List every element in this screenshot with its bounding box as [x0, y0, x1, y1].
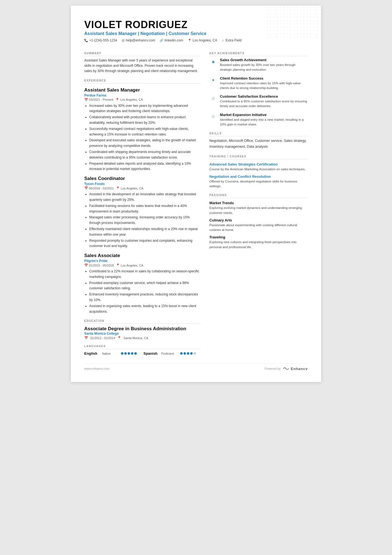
job-company-1: Perdue Farms — [84, 93, 200, 97]
bullet-item: Prepared detailed sales reports and anal… — [89, 161, 200, 172]
right-column: KEY ACHIEVEMENTS ★ Sales Growth Achievem… — [209, 47, 308, 356]
bullet-item: Provided exemplary customer service, whi… — [89, 280, 200, 292]
job-dates-3: 📅 01/2015 - 05/2018 — [84, 263, 114, 267]
achievement-icon-4: ☆ — [209, 113, 217, 120]
training-label: TRAINING / COURSES — [209, 155, 308, 159]
dot — [183, 352, 186, 355]
language-item-spanish: Spanish Proficient — [143, 351, 196, 356]
bullet-item: Coordinated with shipping departments en… — [89, 149, 200, 161]
pin-icon-edu: 📍 — [117, 336, 121, 340]
bullet-item: Increased sales by 30% over two years by… — [89, 103, 200, 114]
dot — [134, 352, 137, 355]
contact-row: 📞 +1-(234)-555-1234 @ help@enhancv.com 🔗… — [84, 38, 308, 42]
bullet-item: Enhanced inventory management practices,… — [89, 292, 200, 303]
training-desc-2: Offered by Coursera, developed negotiati… — [209, 179, 308, 189]
job-bullets-3: Contributed to a 22% increase in sales b… — [84, 269, 200, 314]
achievement-icon-1: ★ — [209, 58, 217, 66]
passion-desc-2: Passionate about experimenting with cook… — [209, 223, 308, 233]
job-title-2: Sales Coordinator — [84, 176, 200, 181]
experience-label: EXPERIENCE — [84, 79, 200, 83]
skills-text: Negotiation, Microsoft Office, Customer … — [209, 138, 308, 150]
bullet-item: Contributed to a 22% increase in sales b… — [89, 269, 200, 280]
contact-location: 📍 Los Angeles, CA — [188, 38, 217, 42]
passion-title-3: Traveling — [209, 235, 308, 239]
lang-level-spanish: Proficient — [161, 352, 178, 355]
achievement-icon-3: ☆ — [209, 94, 217, 102]
phone-icon: 📞 — [84, 39, 88, 42]
dot — [131, 352, 133, 355]
pin-icon-1: 📍 — [115, 98, 119, 102]
dots-decoration — [266, 6, 321, 39]
achievement-title-2: Client Retention Success — [220, 76, 308, 80]
calendar-icon-3: 📅 — [84, 263, 88, 267]
calendar-icon-1: 📅 — [84, 98, 88, 102]
job-bullets-1: Increased sales by 30% over two years by… — [84, 103, 200, 172]
pin-icon-3: 📍 — [116, 263, 120, 267]
job-location-2: 📍 Los Angeles, CA — [116, 186, 143, 190]
edu-school: Santa Monica College — [84, 332, 200, 336]
language-item-english: English Native — [84, 351, 137, 356]
left-column: SUMMARY Assistant Sales Manager with ove… — [84, 47, 200, 356]
passion-desc-1: Exploring evolving market dynamics and u… — [209, 206, 308, 215]
link-icon: 🔗 — [160, 39, 163, 42]
achievement-title-1: Sales Growth Achievement — [220, 58, 308, 62]
languages-label: LANGUAGES — [84, 345, 200, 349]
contact-phone: 📞 +1-(234)-555-1234 — [84, 38, 117, 42]
bullet-item: Responded promptly to customer inquiries… — [89, 238, 200, 249]
achievement-content-4: Market Expansion Initiative Identified a… — [220, 113, 308, 127]
dot — [180, 352, 183, 355]
lang-name-english: English — [84, 351, 100, 356]
edu-degree: Associate Degree in Business Administrat… — [84, 326, 200, 332]
job-meta-2: 📅 06/2018 - 02/2021 📍 Los Angeles, CA — [84, 186, 200, 190]
resume-page: VIOLET RODRIGUEZ Assistant Sales Manager… — [71, 6, 321, 382]
enhancv-logo-icon — [282, 366, 289, 371]
edu-meta: 📅 01/2012 - 01/2014 📍 Santa Monica, CA — [84, 336, 200, 340]
page-footer: www.enhancv.com Powered by Enhancv — [84, 363, 308, 371]
dot — [124, 352, 127, 355]
contact-extra: ☆ Extra Field — [222, 38, 241, 42]
achievement-item-2: ✦ Client Retention Success Improved cont… — [209, 76, 308, 91]
summary-text: Assistant Sales Manager with over 5 year… — [84, 58, 200, 74]
bullet-item: Managed sales order processing, increasi… — [89, 215, 200, 226]
achievement-desc-1: Boosted sales growth by 30% over two yea… — [220, 63, 308, 72]
achievement-desc-2: Improved contract retention rates by 15%… — [220, 81, 308, 91]
passion-title-1: Market Trends — [209, 201, 308, 205]
powered-by-text: Powered by — [265, 367, 281, 370]
achievements-label: KEY ACHIEVEMENTS — [209, 52, 308, 56]
bullet-item: Facilitated training sessions for sales … — [89, 203, 200, 214]
achievement-icon-2: ✦ — [209, 76, 217, 84]
achievement-title-3: Customer Satisfaction Excellence — [220, 94, 308, 98]
footer-brand: Powered by Enhancv — [265, 366, 308, 371]
lang-dots-spanish — [180, 352, 196, 355]
achievement-desc-4: Identified and staged entry into a new m… — [220, 117, 308, 127]
email-icon: @ — [121, 39, 125, 42]
job-title-1: Assistant Sales Manager — [84, 87, 200, 93]
star-icon: ☆ — [222, 39, 224, 42]
location-icon: 📍 — [188, 39, 192, 42]
training-title-2: Negotiation and Conflict Resolution — [209, 174, 308, 179]
achievement-item-3: ☆ Customer Satisfaction Excellence Contr… — [209, 94, 308, 109]
contact-email: @ help@enhancv.com — [121, 38, 155, 42]
bullet-item: Successfully managed contract negotiatio… — [89, 126, 200, 137]
achievement-content-2: Client Retention Success Improved contra… — [220, 76, 308, 91]
bullet-item: Assisted in the development of an innova… — [89, 192, 200, 203]
job-company-2: Tyson Foods — [84, 182, 200, 186]
job-location-3: 📍 Los Angeles, CA — [116, 263, 143, 267]
dot — [187, 352, 189, 355]
job-dates-1: 📅 03/2021 - Present — [84, 98, 113, 102]
achievement-item-4: ☆ Market Expansion Initiative Identified… — [209, 113, 308, 127]
job-meta-3: 📅 01/2015 - 05/2018 📍 Los Angeles, CA — [84, 263, 200, 267]
job-title-3: Sales Associate — [84, 253, 200, 258]
bullet-item: Collaboratively worked with production t… — [89, 115, 200, 126]
achievement-item-1: ★ Sales Growth Achievement Boosted sales… — [209, 58, 308, 72]
education-label: EDUCATION — [84, 319, 200, 324]
lang-level-english: Native — [102, 352, 119, 355]
summary-label: SUMMARY — [84, 52, 200, 56]
dot — [128, 352, 130, 355]
passions-label: PASSIONS — [209, 194, 308, 198]
achievement-content-3: Customer Satisfaction Excellence Contrib… — [220, 94, 308, 109]
dot-empty — [193, 352, 196, 355]
footer-website: www.enhancv.com — [84, 367, 110, 370]
job-company-3: Pilgrim's Pride — [84, 259, 200, 263]
job-location-1: 📍 Los Angeles, CA — [115, 98, 143, 102]
